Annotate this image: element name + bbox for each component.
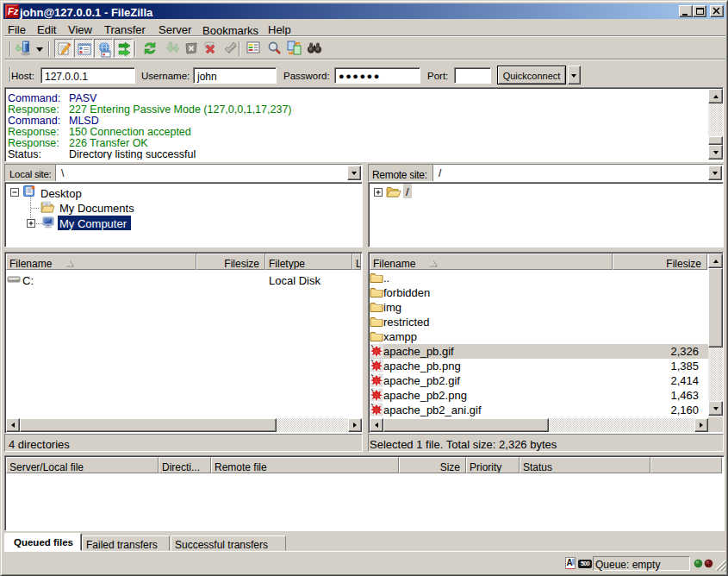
svg-text:A: A [567,558,573,567]
svg-text:Fz: Fz [8,6,19,16]
